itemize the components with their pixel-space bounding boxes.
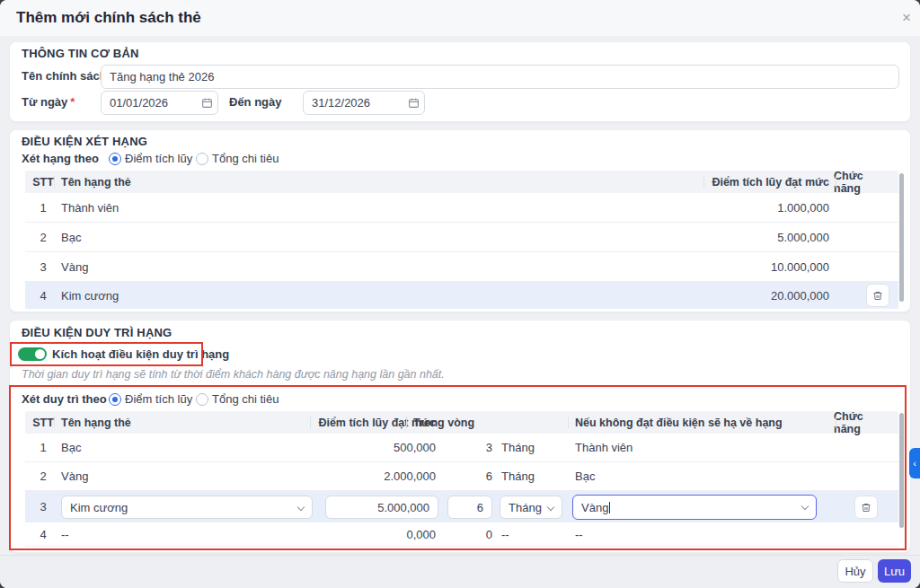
header-divider bbox=[310, 417, 311, 428]
duration-value: 0 bbox=[420, 522, 492, 546]
radio-maintain-spending-label: Tổng chi tiêu bbox=[212, 392, 279, 406]
to-date-label: Đến ngày bbox=[229, 95, 282, 109]
downgrade-tier-select[interactable]: Vàng bbox=[572, 495, 817, 520]
modal-title: Thêm mới chính sách thẻ bbox=[16, 9, 201, 27]
chevron-down-icon bbox=[547, 504, 554, 511]
row-index: 1 bbox=[25, 434, 61, 461]
ranking-row-2: 2 Bạc 5.000,000 bbox=[25, 223, 898, 252]
row-index: 1 bbox=[25, 193, 61, 222]
header-downgrade: Nếu không đạt điều kiện sẽ hạ về hạng bbox=[575, 411, 783, 434]
ranking-row-3: 3 Vàng 10.000,000 bbox=[25, 252, 898, 282]
header-actions: Chức năng bbox=[834, 171, 888, 193]
tier-name: Kim cương bbox=[61, 282, 119, 309]
points-input[interactable] bbox=[325, 496, 438, 519]
side-panel-toggle[interactable]: ‹ bbox=[909, 448, 920, 478]
chevron-down-icon bbox=[801, 503, 809, 510]
header-divider bbox=[54, 417, 55, 428]
ranking-criteria-label: Xét hạng theo bbox=[22, 152, 99, 165]
maintenance-note: Thời gian duy trì hạng sẽ tính từ thời đ… bbox=[22, 368, 445, 381]
points-value: 2.000,000 bbox=[259, 462, 436, 490]
toggle-knob bbox=[35, 349, 45, 359]
radio-total-spending-label: Tổng chi tiêu bbox=[212, 152, 279, 165]
save-button[interactable]: Lưu bbox=[878, 559, 911, 583]
duration-input[interactable] bbox=[447, 496, 492, 519]
points-value: 0,000 bbox=[259, 522, 436, 546]
tier-name-select[interactable]: Kim cương bbox=[61, 496, 313, 519]
to-date-input[interactable] bbox=[303, 91, 425, 115]
maintenance-row-4: 4 -- 0,000 0 -- -- bbox=[25, 522, 898, 547]
header-stt: STT bbox=[25, 411, 61, 434]
header-points: Điểm tích lũy đạt mức bbox=[259, 411, 436, 434]
ranking-row-1: 1 Thành viên 1.000,000 bbox=[25, 193, 898, 223]
duration-value: 3 bbox=[420, 434, 492, 461]
from-date-label-text: Từ ngày bbox=[22, 95, 67, 109]
ranking-table-header: STT Tên hạng thẻ Điểm tích lũy đạt mức C… bbox=[25, 171, 898, 193]
radio-maintain-points[interactable] bbox=[109, 393, 121, 406]
trash-icon bbox=[872, 290, 883, 302]
header-tier-name: Tên hạng thẻ bbox=[61, 171, 131, 193]
modal-footer bbox=[0, 555, 920, 588]
points-value: 1.000,000 bbox=[654, 193, 829, 222]
radio-maintain-spending[interactable] bbox=[196, 393, 208, 406]
chevron-down-icon bbox=[297, 504, 305, 511]
maintenance-criteria-label: Xét duy trì theo bbox=[22, 392, 107, 406]
cancel-button[interactable]: Hủy bbox=[837, 559, 873, 583]
tier-name: Vàng bbox=[61, 252, 88, 281]
modal-header: Thêm mới chính sách thẻ × bbox=[0, 0, 920, 36]
basic-info-heading: THÔNG TIN CƠ BẢN bbox=[22, 47, 139, 60]
header-points: Điểm tích lũy đạt mức bbox=[654, 171, 829, 193]
duration-unit: -- bbox=[501, 522, 509, 546]
row-index: 3 bbox=[25, 491, 61, 522]
points-value: 500,000 bbox=[259, 434, 436, 461]
radio-maintain-points-label: Điểm tích lũy bbox=[125, 392, 192, 406]
duration-unit: Tháng bbox=[501, 434, 535, 461]
duration-unit: Tháng bbox=[501, 462, 535, 490]
chevron-left-icon: ‹ bbox=[913, 458, 916, 469]
tier-name: Bạc bbox=[61, 434, 81, 461]
from-date-label: Từ ngày* bbox=[22, 95, 75, 109]
row-index: 3 bbox=[25, 252, 61, 281]
maintenance-heading: ĐIỀU KIỆN DUY TRÌ HẠNG bbox=[22, 326, 172, 339]
header-divider bbox=[568, 417, 569, 428]
row-index: 4 bbox=[25, 522, 61, 546]
maintenance-row-1: 1 Bạc 500,000 3 Tháng Thành viên bbox=[25, 434, 898, 462]
duration-value: 6 bbox=[420, 462, 492, 490]
radio-points-accumulated[interactable] bbox=[109, 153, 121, 165]
tier-name: Thành viên bbox=[61, 193, 119, 222]
row-index: 2 bbox=[25, 223, 61, 251]
required-mark: * bbox=[70, 95, 75, 109]
policy-name-label-text: Tên chính sách bbox=[22, 69, 107, 83]
maintenance-row-2: 2 Vàng 2.000,000 6 Tháng Bạc bbox=[25, 462, 898, 491]
downgrade-tier: -- bbox=[575, 522, 583, 546]
maintenance-toggle[interactable] bbox=[18, 347, 47, 361]
radio-points-accumulated-label: Điểm tích lũy bbox=[125, 152, 192, 165]
header-divider bbox=[836, 176, 836, 188]
header-actions: Chức năng bbox=[834, 411, 888, 434]
ranking-row-4[interactable]: 4 Kim cương 20.000,000 bbox=[25, 282, 898, 309]
downgrade-tier-select-value: Vàng bbox=[581, 501, 608, 514]
header-divider bbox=[54, 176, 55, 188]
points-value: 20.000,000 bbox=[654, 282, 829, 309]
tier-name: -- bbox=[61, 522, 69, 546]
trash-icon bbox=[861, 502, 871, 513]
table-scrollbar[interactable] bbox=[899, 413, 904, 528]
row-index: 4 bbox=[25, 282, 61, 309]
table-scrollbar[interactable] bbox=[899, 173, 904, 302]
points-value: 5.000,000 bbox=[654, 223, 829, 251]
policy-name-input[interactable] bbox=[101, 65, 899, 89]
header-divider bbox=[406, 417, 407, 428]
delete-row-button[interactable] bbox=[866, 284, 889, 307]
row-index: 2 bbox=[25, 462, 61, 490]
header-tier-name: Tên hạng thẻ bbox=[61, 411, 131, 434]
maintenance-toggle-label: Kích hoạt điều kiện duy trì hạng bbox=[52, 347, 229, 361]
tier-name: Vàng bbox=[61, 462, 88, 490]
header-duration: Trong vòng bbox=[413, 411, 474, 434]
close-icon[interactable]: × bbox=[898, 10, 915, 26]
duration-unit-select[interactable]: Tháng bbox=[500, 496, 562, 519]
from-date-input[interactable] bbox=[101, 91, 218, 115]
text-cursor bbox=[609, 502, 610, 513]
tier-name: Bạc bbox=[61, 223, 81, 251]
duration-unit-select-value: Tháng bbox=[509, 501, 542, 514]
radio-total-spending[interactable] bbox=[196, 153, 208, 165]
delete-row-button[interactable] bbox=[854, 496, 878, 519]
